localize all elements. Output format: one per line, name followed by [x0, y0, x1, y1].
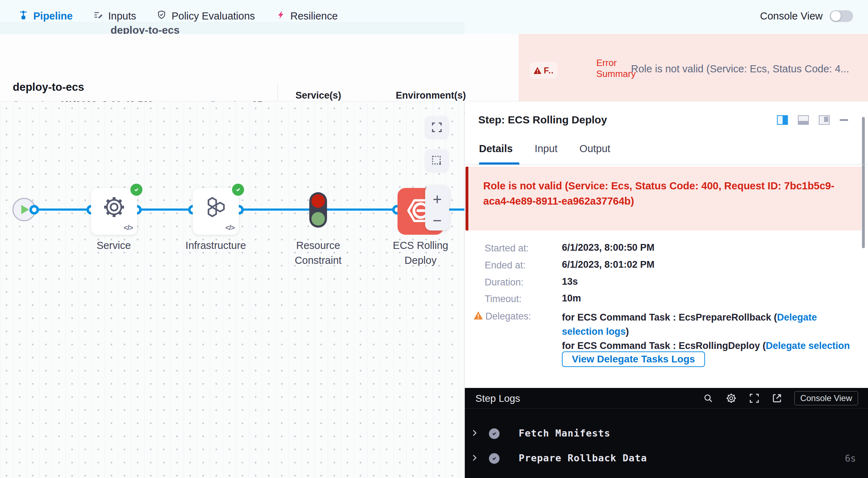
toggle-knob: [831, 11, 841, 21]
traffic-green-light: [311, 212, 325, 226]
minimize-panel-button[interactable]: [840, 119, 848, 121]
step-logs-section: Step Logs Console View: [465, 388, 868, 478]
zoom-controls: + −: [425, 186, 449, 230]
warning-triangle-icon: [533, 67, 542, 74]
node-label-infrastructure: Infrastructure: [177, 238, 255, 253]
console-view-toggle[interactable]: [830, 10, 853, 22]
delegates-label: Delegates:: [485, 311, 531, 322]
duration-value: 13s: [562, 276, 578, 287]
error-summary-text: Role is not valid (Service: Ecs, Status …: [631, 63, 865, 75]
fullscreen-icon: [431, 122, 443, 133]
step-logs-title: Step Logs: [475, 393, 520, 404]
tab-policy-evaluations[interactable]: Policy Evaluations: [157, 10, 255, 22]
top-nav: Pipeline Inputs Policy Evaluations Resil…: [0, 0, 868, 34]
failed-status-badge: F..: [530, 62, 557, 79]
layout-right-split-button[interactable]: [777, 115, 788, 125]
success-check-icon: [489, 428, 500, 439]
pipeline-execution-page: Pipeline Inputs Policy Evaluations Resil…: [0, 0, 868, 478]
zoom-out-button[interactable]: −: [425, 213, 449, 228]
layout-floating-button[interactable]: [819, 115, 830, 125]
scrolled-content-strip: deploy-to-ecs: [0, 22, 464, 34]
step-details-panel: Step: ECS Rolling Deploy Details Input O…: [465, 102, 868, 478]
panel-scrollbar[interactable]: [862, 117, 865, 248]
fullscreen-icon: [749, 393, 760, 404]
search-logs-button[interactable]: [703, 393, 714, 404]
tabs-divider: [465, 165, 868, 165]
tab-details[interactable]: Details: [479, 143, 513, 155]
duration-label: Duration:: [485, 277, 524, 288]
tab-inputs[interactable]: Inputs: [93, 10, 136, 22]
connector-port: [29, 205, 39, 215]
open-logs-external-button[interactable]: [772, 393, 782, 404]
started-at-value: 6/1/2023, 8:00:50 PM: [562, 242, 654, 253]
tab-label: Inputs: [108, 10, 136, 22]
step-logs-header: Step Logs Console View: [465, 388, 868, 408]
tab-label: Resilience: [291, 10, 338, 22]
gear-icon: [102, 195, 126, 220]
inputs-icon: [93, 10, 103, 22]
code-icon[interactable]: </>: [124, 224, 133, 232]
logs-console-view-button[interactable]: Console View: [794, 391, 858, 405]
step-error-banner: Role is not valid (Service: Ecs, Status …: [466, 167, 862, 230]
external-link-icon: [772, 393, 782, 404]
step-panel-title: Step: ECS Rolling Deploy: [478, 114, 607, 126]
node-label-resource-constraint: Resource Constraint: [279, 238, 357, 268]
gear-icon: [726, 393, 737, 404]
shield-check-icon: [157, 10, 167, 22]
zoom-in-button[interactable]: +: [425, 191, 449, 207]
console-view-label: Console View: [760, 10, 823, 22]
node-label-service: Service: [75, 238, 153, 253]
pipeline-canvas[interactable]: </> Service </> Infrastructure Resource …: [0, 102, 464, 478]
success-check-icon: [232, 184, 244, 196]
canvas-fullscreen-button[interactable]: [425, 116, 449, 138]
canvas-select-button[interactable]: [425, 150, 449, 172]
log-row-prepare-rollback-data[interactable]: Prepare Rollback Data 6s: [465, 449, 868, 468]
log-step-name: Prepare Rollback Data: [519, 452, 647, 463]
node-infrastructure[interactable]: </>: [193, 188, 239, 235]
chevron-right-icon[interactable]: [470, 453, 479, 464]
search-icon: [703, 393, 714, 404]
delegate-task-1: for ECS Command Task : EcsPrepareRollbac…: [562, 310, 859, 339]
resilience-icon: [276, 10, 286, 22]
tab-label: Policy Evaluations: [171, 10, 255, 22]
logs-settings-button[interactable]: [726, 393, 737, 404]
hexagons-icon: [204, 195, 228, 221]
tab-input[interactable]: Input: [535, 143, 558, 155]
success-check-icon: [130, 184, 142, 196]
play-icon: [21, 205, 29, 214]
logs-fullscreen-button[interactable]: [749, 393, 760, 404]
node-resource-constraint[interactable]: [309, 192, 327, 228]
tab-label: Pipeline: [33, 10, 73, 22]
tab-output[interactable]: Output: [580, 143, 610, 155]
timeout-value: 10m: [562, 293, 581, 304]
node-label-ecs-rolling-deploy: ECS Rolling Deploy: [382, 238, 460, 268]
ended-at-label: Ended at:: [485, 260, 526, 271]
traffic-red-light: [311, 194, 325, 208]
pipeline-name: deploy-to-ecs: [13, 81, 84, 94]
ended-at-value: 6/1/2023, 8:01:02 PM: [562, 259, 654, 270]
success-check-icon: [489, 453, 500, 464]
node-service[interactable]: </>: [91, 188, 137, 235]
layout-bottom-split-button[interactable]: [798, 115, 809, 125]
execution-header: deploy-to-ecs Started at: 6/1/2023, 8:00…: [0, 34, 868, 101]
timeout-label: Timeout:: [485, 294, 522, 305]
tab-pipeline[interactable]: Pipeline: [18, 10, 73, 22]
step-error-message: Role is not valid (Service: Ecs, Status …: [483, 178, 845, 209]
log-step-duration: 6s: [845, 453, 856, 464]
marquee-select-icon: [431, 155, 443, 166]
error-summary-strip: F.. Error Summary Role is not valid (Ser…: [519, 34, 868, 101]
tab-resilience[interactable]: Resilience: [276, 10, 338, 22]
clipped-pipeline-title: deploy-to-ecs: [111, 24, 180, 34]
delegates-warning-icon: [473, 311, 483, 322]
pipeline-icon: [18, 10, 28, 22]
log-step-name: Fetch Manifests: [519, 428, 610, 439]
code-icon[interactable]: </>: [225, 224, 235, 232]
view-delegate-tasks-logs-button[interactable]: View Delegate Tasks Logs: [562, 351, 705, 367]
chevron-right-icon[interactable]: [470, 428, 479, 439]
log-row-fetch-manifests[interactable]: Fetch Manifests: [465, 424, 868, 444]
started-at-label: Started at:: [485, 243, 529, 254]
